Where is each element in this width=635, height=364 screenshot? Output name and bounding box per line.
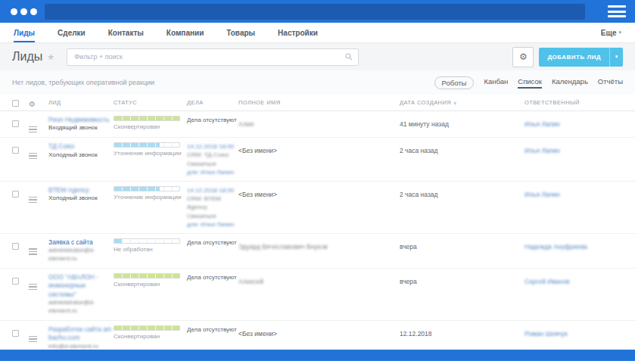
status-progress-bar <box>114 142 180 148</box>
column-header-created[interactable]: ДАТА СОЗДАНИЯ∨ <box>400 99 524 106</box>
column-header-status[interactable]: СТАТУС <box>114 99 187 106</box>
page-title: Лиды <box>12 50 42 64</box>
responsible-link[interactable]: Илья Лапин <box>524 120 560 128</box>
gear-icon: ⚙ <box>519 52 528 61</box>
search-input[interactable] <box>73 52 345 61</box>
table-row[interactable]: Заявка с сайтаadministrator@d-element.ru… <box>0 234 635 269</box>
fullname-text: Эдуард Вячеславович Внуков <box>238 243 328 250</box>
created-cell: 12.12.2018 <box>400 325 524 339</box>
lead-subtext: Холодный звонок <box>48 194 114 203</box>
lead-link[interactable]: ТД Союз <box>48 142 114 151</box>
favorite-star-icon[interactable]: ★ <box>47 52 54 62</box>
view-tab-kanban[interactable]: Канбан <box>484 77 508 89</box>
add-lead-dropdown[interactable]: ▾ <box>609 48 623 67</box>
row-checkbox[interactable] <box>12 330 19 337</box>
column-header-deals[interactable]: ДЕЛА <box>187 99 238 106</box>
created-date: вчера <box>400 278 417 285</box>
created-cell: вчера <box>400 273 524 287</box>
status-label: Сконвертирован <box>114 123 187 130</box>
row-checkbox[interactable] <box>12 191 19 198</box>
deal-link[interactable]: 14.12.2018 18:00 <box>187 186 238 194</box>
deal-text: Связаться <box>187 212 238 220</box>
created-cell: 2 часа назад <box>400 186 524 200</box>
created-cell: 2 часа назад <box>400 142 524 156</box>
filter-search-box[interactable] <box>67 48 359 66</box>
search-icon <box>345 53 353 61</box>
lead-link[interactable]: BTEM Agency <box>48 186 114 194</box>
responsible-link[interactable]: Сергей Иванов <box>524 278 570 285</box>
toolbar: Лиды ★ ⚙ ДОБАВИТЬ ЛИД ▾ <box>0 43 635 70</box>
status-label: Не обработан <box>114 246 187 253</box>
lead-link[interactable]: ООО "АВАЛОН - инженерные системы" <box>48 273 114 299</box>
topbar-search-area[interactable] <box>45 4 585 20</box>
hamburger-icon[interactable] <box>608 5 626 17</box>
row-menu-icon[interactable] <box>29 126 37 133</box>
fullname-cell: Эдуард Вячеславович Внуков <box>238 238 400 252</box>
deal-text: CRM: BTEM <box>187 194 238 203</box>
deals-cell: Дела отсутствуют <box>187 238 238 247</box>
deal-text: Дела отсутствуют <box>187 325 238 334</box>
status-progress-bar <box>114 273 180 278</box>
view-tab-list[interactable]: Список <box>518 77 542 89</box>
deal-link[interactable]: 14.12.2018 18:00 <box>187 142 238 151</box>
app-dots-icon[interactable] <box>11 8 37 15</box>
created-date: 41 минуту назад <box>400 120 449 128</box>
nav-tab-leads[interactable]: Лиды <box>14 23 35 42</box>
column-header-responsible[interactable]: ОТВЕТСТВЕННЫЙ <box>524 99 635 106</box>
lead-cell: BTEM AgencyХолодный звонок <box>48 186 114 203</box>
table-row[interactable]: ООО "АВАЛОН - инженерные системы"adminis… <box>0 269 635 321</box>
responsible-link[interactable]: Илья Лапин <box>524 191 560 198</box>
nav-tab-deals[interactable]: Сделки <box>58 23 86 42</box>
view-tab-robots[interactable]: Роботы <box>434 76 475 89</box>
view-tab-calendar[interactable]: Календарь <box>552 77 588 89</box>
select-all-checkbox[interactable] <box>12 100 19 107</box>
status-label: Уточнение информации <box>114 150 187 157</box>
row-menu-icon[interactable] <box>29 153 37 160</box>
status-cell: Не обработан <box>114 238 187 253</box>
lead-link[interactable]: Риэл Недвижимость <box>48 116 114 124</box>
nav-tab-companies[interactable]: Компании <box>167 23 204 42</box>
deal-link[interactable]: для: Илья Лапин <box>187 168 238 176</box>
responsible-link[interactable]: Илья Лапин <box>524 147 560 154</box>
row-menu-icon[interactable] <box>29 248 37 255</box>
row-menu-icon[interactable] <box>29 197 37 204</box>
add-lead-button[interactable]: ДОБАВИТЬ ЛИД ▾ <box>539 48 623 67</box>
responsible-link[interactable]: Роман Шевчук <box>524 330 568 338</box>
deals-cell: 14.12.2018 18:00CRM: BTEMAgencyСвязаться… <box>187 186 238 229</box>
nav-tab-settings[interactable]: Настройки <box>278 23 318 42</box>
lead-link[interactable]: Заявка с сайта <box>48 238 114 247</box>
lead-subtext: Входящий звонок <box>48 124 114 132</box>
row-menu-icon[interactable] <box>29 336 37 343</box>
table-row[interactable]: Риэл НедвижимостьВходящий звонокСконверт… <box>0 111 635 138</box>
row-checkbox[interactable] <box>12 120 19 127</box>
row-checkbox[interactable] <box>12 147 19 154</box>
created-date: вчера <box>400 243 417 250</box>
deal-link[interactable]: для: Илья Лапин <box>187 220 238 229</box>
row-checkbox[interactable] <box>12 278 19 285</box>
nav-more-button[interactable]: Еще ▾ <box>601 23 621 42</box>
status-cell: Сконвертирован <box>114 273 187 288</box>
column-header-lead[interactable]: ЛИД <box>48 99 114 106</box>
fullname-text: Алексей <box>238 278 263 285</box>
no-leads-message: Нет лидов, требующих оперативной реакции <box>12 79 154 86</box>
row-checkbox[interactable] <box>12 243 19 250</box>
nav-tab-products[interactable]: Товары <box>226 23 255 42</box>
status-label: Сконвертирован <box>114 333 187 340</box>
lead-cell: Заявка с сайтаadministrator@d-element.ru <box>48 238 114 263</box>
responsible-link[interactable]: Надежда Ануфриева <box>524 243 587 250</box>
deals-cell: Дела отсутствуют <box>187 116 238 124</box>
table-row[interactable]: ТД СоюзХолодный звонокУточнение информац… <box>0 138 635 182</box>
nav-tab-contacts[interactable]: Контакты <box>108 23 144 42</box>
status-progress-bar <box>114 238 180 244</box>
column-settings-gear-icon[interactable]: ⚙ <box>29 100 36 108</box>
row-menu-icon[interactable] <box>29 284 37 291</box>
settings-button[interactable]: ⚙ <box>512 47 534 67</box>
table-row[interactable]: BTEM AgencyХолодный звонокУточнение инфо… <box>0 182 635 234</box>
lead-link[interactable]: Разработка сайта art-bacho.com <box>48 325 114 343</box>
row-menu-cell <box>29 238 48 255</box>
status-progress-fill <box>114 326 179 330</box>
created-date: 2 часа назад <box>400 191 438 198</box>
view-tab-reports[interactable]: Отчёты <box>598 77 623 89</box>
bottom-bar <box>0 350 635 361</box>
column-header-fullname[interactable]: ПОЛНОЕ ИМЯ <box>238 99 400 106</box>
